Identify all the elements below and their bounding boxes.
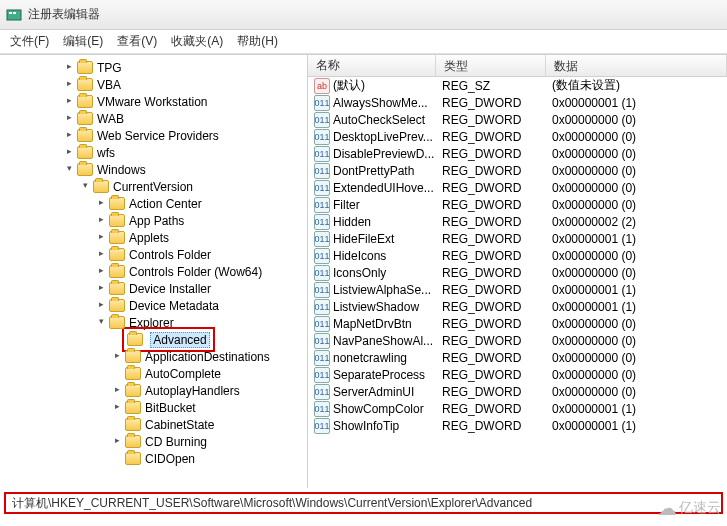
tree-node[interactable]: Controls Folder (Wow64): [0, 263, 307, 280]
menu-edit[interactable]: 编辑(E): [63, 33, 103, 50]
toggle-closed-icon[interactable]: [96, 215, 107, 226]
value-row[interactable]: 011HiddenREG_DWORD0x00000002 (2): [308, 213, 727, 230]
toggle-closed-icon[interactable]: [64, 147, 75, 158]
tree-node-label[interactable]: Device Metadata: [129, 299, 219, 313]
tree-node[interactable]: Device Metadata: [0, 297, 307, 314]
tree-node[interactable]: VMware Workstation: [0, 93, 307, 110]
tree-node[interactable]: CurrentVersion: [0, 178, 307, 195]
tree-node-label[interactable]: App Paths: [129, 214, 184, 228]
col-header-data[interactable]: 数据: [546, 55, 727, 76]
value-row[interactable]: 011DisablePreviewD...REG_DWORD0x00000000…: [308, 145, 727, 162]
toggle-closed-icon[interactable]: [96, 266, 107, 277]
tree-node[interactable]: ApplicationDestinations: [0, 348, 307, 365]
tree-node-label[interactable]: CD Burning: [145, 435, 207, 449]
toggle-closed-icon[interactable]: [112, 351, 123, 362]
value-row[interactable]: 011MapNetDrvBtnREG_DWORD0x00000000 (0): [308, 315, 727, 332]
tree-node-label[interactable]: VBA: [97, 78, 121, 92]
value-row[interactable]: 011ListviewShadowREG_DWORD0x00000001 (1): [308, 298, 727, 315]
tree-node-label[interactable]: Explorer: [129, 316, 174, 330]
tree-node-label[interactable]: Controls Folder (Wow64): [129, 265, 262, 279]
toggle-closed-icon[interactable]: [96, 300, 107, 311]
value-row[interactable]: 011FilterREG_DWORD0x00000000 (0): [308, 196, 727, 213]
toggle-open-icon[interactable]: [96, 317, 107, 328]
toggle-closed-icon[interactable]: [64, 96, 75, 107]
tree-node-label[interactable]: AutoComplete: [145, 367, 221, 381]
toggle-closed-icon[interactable]: [96, 249, 107, 260]
tree-node[interactable]: Applets: [0, 229, 307, 246]
tree-node[interactable]: Controls Folder: [0, 246, 307, 263]
tree-node-label[interactable]: Controls Folder: [129, 248, 211, 262]
col-header-name[interactable]: 名称: [308, 55, 436, 76]
tree-node[interactable]: Device Installer: [0, 280, 307, 297]
value-row[interactable]: 011HideIconsREG_DWORD0x00000000 (0): [308, 247, 727, 264]
tree-node-label[interactable]: WAB: [97, 112, 124, 126]
menu-help[interactable]: 帮助(H): [237, 33, 278, 50]
tree-node[interactable]: AutoComplete: [0, 365, 307, 382]
tree-node-label[interactable]: TPG: [97, 61, 122, 75]
tree-node[interactable]: CabinetState: [0, 416, 307, 433]
value-row[interactable]: 011NavPaneShowAl...REG_DWORD0x00000000 (…: [308, 332, 727, 349]
toggle-closed-icon[interactable]: [64, 113, 75, 124]
tree-node[interactable]: CD Burning: [0, 433, 307, 450]
tree-node-label[interactable]: Applets: [129, 231, 169, 245]
tree-node-label[interactable]: Action Center: [129, 197, 202, 211]
toggle-closed-icon[interactable]: [64, 79, 75, 90]
value-row[interactable]: ab(默认)REG_SZ(数值未设置): [308, 77, 727, 94]
tree-node-label[interactable]: BitBucket: [145, 401, 196, 415]
toggle-open-icon[interactable]: [80, 181, 91, 192]
value-row[interactable]: 011DesktopLivePrev...REG_DWORD0x00000000…: [308, 128, 727, 145]
tree-node[interactable]: BitBucket: [0, 399, 307, 416]
tree-node-label[interactable]: CabinetState: [145, 418, 214, 432]
toggle-closed-icon[interactable]: [96, 198, 107, 209]
toggle-open-icon[interactable]: [64, 164, 75, 175]
tree-node-label[interactable]: Windows: [97, 163, 146, 177]
tree-node-label[interactable]: AutoplayHandlers: [145, 384, 240, 398]
toggle-closed-icon[interactable]: [112, 436, 123, 447]
tree-pane[interactable]: TPGVBAVMware WorkstationWABWeb Service P…: [0, 55, 308, 488]
tree-node[interactable]: WAB: [0, 110, 307, 127]
tree-node[interactable]: CIDOpen: [0, 450, 307, 467]
tree-node-label[interactable]: CIDOpen: [145, 452, 195, 466]
value-row[interactable]: 011SeparateProcessREG_DWORD0x00000000 (0…: [308, 366, 727, 383]
tree-node[interactable]: Web Service Providers: [0, 127, 307, 144]
tree-node[interactable]: Action Center: [0, 195, 307, 212]
tree-node[interactable]: Windows: [0, 161, 307, 178]
tree-node-label[interactable]: ApplicationDestinations: [145, 350, 270, 364]
tree-node[interactable]: TPG: [0, 59, 307, 76]
toggle-closed-icon[interactable]: [96, 283, 107, 294]
tree-node[interactable]: AutoplayHandlers: [0, 382, 307, 399]
tree-node[interactable]: Explorer: [0, 314, 307, 331]
tree-node-label[interactable]: wfs: [97, 146, 115, 160]
value-row[interactable]: 011ShowInfoTipREG_DWORD0x00000001 (1): [308, 417, 727, 434]
tree-node[interactable]: VBA: [0, 76, 307, 93]
value-row[interactable]: 011ShowCompColorREG_DWORD0x00000001 (1): [308, 400, 727, 417]
highlight-box: Advanced: [125, 330, 212, 349]
toggle-closed-icon[interactable]: [112, 385, 123, 396]
value-row[interactable]: 011AutoCheckSelectREG_DWORD0x00000000 (0…: [308, 111, 727, 128]
menu-file[interactable]: 文件(F): [10, 33, 49, 50]
toggle-closed-icon[interactable]: [112, 402, 123, 413]
tree-node[interactable]: Advanced: [0, 331, 307, 348]
toggle-closed-icon[interactable]: [96, 232, 107, 243]
tree-node-label[interactable]: VMware Workstation: [97, 95, 207, 109]
value-row[interactable]: 011ExtendedUIHove...REG_DWORD0x00000000 …: [308, 179, 727, 196]
toggle-closed-icon[interactable]: [64, 62, 75, 73]
col-header-type[interactable]: 类型: [436, 55, 546, 76]
tree-node[interactable]: wfs: [0, 144, 307, 161]
value-row[interactable]: 011AlwaysShowMe...REG_DWORD0x00000001 (1…: [308, 94, 727, 111]
toggle-closed-icon[interactable]: [64, 130, 75, 141]
value-row[interactable]: 011ListviewAlphaSe...REG_DWORD0x00000001…: [308, 281, 727, 298]
menu-favorites[interactable]: 收藏夹(A): [171, 33, 223, 50]
value-row[interactable]: 011IconsOnlyREG_DWORD0x00000000 (0): [308, 264, 727, 281]
tree-node[interactable]: App Paths: [0, 212, 307, 229]
value-row[interactable]: 011nonetcrawlingREG_DWORD0x00000000 (0): [308, 349, 727, 366]
tree-node-label[interactable]: Device Installer: [129, 282, 211, 296]
tree-node-label[interactable]: CurrentVersion: [113, 180, 193, 194]
value-row[interactable]: 011ServerAdminUIREG_DWORD0x00000000 (0): [308, 383, 727, 400]
tree-node-label[interactable]: Web Service Providers: [97, 129, 219, 143]
value-row[interactable]: 011HideFileExtREG_DWORD0x00000001 (1): [308, 230, 727, 247]
tree-node-label[interactable]: Advanced: [150, 332, 209, 348]
menu-view[interactable]: 查看(V): [117, 33, 157, 50]
value-row[interactable]: 011DontPrettyPathREG_DWORD0x00000000 (0): [308, 162, 727, 179]
value-list[interactable]: ab(默认)REG_SZ(数值未设置)011AlwaysShowMe...REG…: [308, 77, 727, 487]
